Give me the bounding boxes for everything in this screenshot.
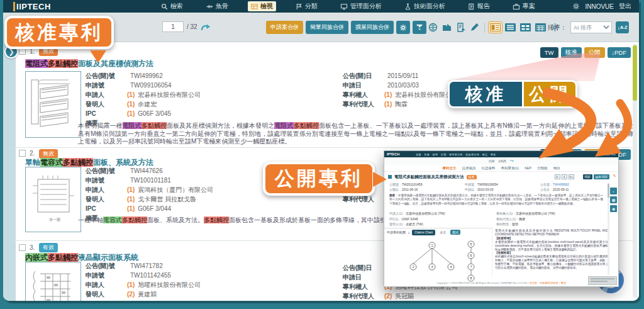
- inset-abstract-label: 摘要：: [389, 194, 398, 197]
- nav-item-technology-analysis[interactable]: 技術面分析: [401, 1, 448, 11]
- patent-thumbnail[interactable]: [25, 262, 81, 301]
- nav-item-fishbone[interactable]: 魚骨: [203, 1, 231, 11]
- inset-scrollbar[interactable]: [608, 183, 609, 275]
- patent-stage-badge[interactable]: PDF: [608, 47, 631, 58]
- font-size-button[interactable]: A: [562, 174, 567, 179]
- patent-title-link[interactable]: 電阻式多點觸控面板及其座標偵測方法: [25, 59, 153, 69]
- field-count: (1): [127, 110, 135, 117]
- list-view-toggle[interactable]: [504, 22, 517, 33]
- published-big-button[interactable]: 公開: [522, 80, 577, 108]
- simple-family-merge-button[interactable]: 簡單同族合併: [306, 21, 348, 34]
- nav-label: 檢視: [260, 2, 273, 11]
- go-page-icon[interactable]: [201, 23, 211, 31]
- inset-logo: IPTECH: [387, 152, 399, 156]
- inset-pdf-button[interactable]: PDF: [583, 174, 592, 179]
- merge-buttons: 申請案合併 簡單同族合併 擴展同族合併: [266, 21, 426, 34]
- inset-tab[interactable]: 引證資料: [481, 166, 495, 171]
- nav-item-report[interactable]: 報告: [465, 1, 493, 11]
- field-value: 陶霖: [395, 100, 408, 109]
- inset-tab[interactable]: 分類樹: [537, 166, 548, 171]
- claims-tab-figures[interactable]: 圖式: [450, 230, 460, 235]
- split-view-toggle[interactable]: [519, 22, 532, 33]
- save-icon[interactable]: ◉: [610, 205, 617, 212]
- doc-export-icon[interactable]: [455, 21, 467, 33]
- inset-claims-header: 申請專利範圍 ⤓ Claims Chart 全文 圖式: [384, 228, 492, 236]
- inset-tab[interactable]: 專利家族(1): [501, 166, 519, 171]
- field-label: 公告(開)號: [86, 262, 127, 271]
- abstract-segment: 本發明揭露一種: [78, 122, 123, 129]
- inset-field-value: TW201101459: [402, 183, 422, 186]
- gear-icon[interactable]: [572, 3, 580, 10]
- field-count: (1): [127, 101, 135, 108]
- vertical-scrollbar[interactable]: [633, 44, 637, 298]
- field-label: 專利代理人: [343, 100, 384, 109]
- field-label: 專利權人: [343, 91, 384, 99]
- download-icon[interactable]: ⤓: [408, 230, 409, 235]
- field-row: 公告(開)號TWI471782: [86, 261, 253, 271]
- sort-select[interactable]: AI 排序: [570, 21, 612, 33]
- card-view-toggle[interactable]: [489, 22, 502, 33]
- status-badge-valid[interactable]: 有效: [39, 243, 58, 252]
- application-merge-button[interactable]: 申請案合併: [266, 21, 303, 34]
- nav-item-classify[interactable]: 分類: [292, 1, 321, 11]
- inset-tab[interactable]: 法律資訊: [462, 166, 475, 171]
- inset-view-pdf-button[interactable]: 檢視 PDF: [594, 174, 609, 179]
- inset-pencil-icon[interactable]: ✎: [613, 174, 616, 179]
- inset-tab[interactable]: 專利全文: [442, 166, 456, 171]
- field-row: 發明人(2)黃建穎: [86, 289, 253, 299]
- inset-patent-title: 電阻式多點觸控面板及其座標偵測方法: [394, 174, 464, 180]
- inset-doc-paragraph: 由於觸控式螢幕(touch screen)能讓使用者直覺地透過螢幕所顯示的介面進…: [495, 255, 608, 269]
- row-checkbox[interactable]: [19, 244, 26, 251]
- inset-footer-links[interactable]: 警示燈．隱私權保護政策｜聲明: [529, 281, 566, 284]
- inset-info-grid: 申請人(1)：宏碁科技股份有限公司 (TW)專利權人(1)：宏碁科技股份有限公司…: [389, 211, 603, 228]
- scrollbar-thumb[interactable]: [633, 45, 637, 101]
- field-value: 宏碁科技股份有限公司: [138, 91, 201, 99]
- stage-buttons-overlay: 核准 公開: [448, 80, 577, 108]
- patent-stage-badge[interactable]: TW: [540, 47, 558, 58]
- claims-tab-fulltext[interactable]: 全文: [438, 230, 448, 235]
- font-size-button[interactable]: A-: [555, 174, 560, 179]
- inset-zoom-tooltip: [588, 276, 617, 285]
- nav-label: 魚骨: [216, 2, 228, 11]
- title-segment: 多點觸控: [48, 59, 78, 68]
- font-size-button[interactable]: A+: [569, 174, 574, 179]
- inset-info-cell: IPC(1)：G06F 3/045: [389, 217, 496, 223]
- sort-az-button[interactable]: ↓A-Z: [616, 21, 629, 33]
- logout-link[interactable]: 登出: [619, 2, 631, 11]
- inset-field: 公告日：2015-09-11: [540, 188, 603, 193]
- translate-doc-icon[interactable]: [413, 21, 425, 33]
- inset-tab[interactable]: 簡目: [553, 166, 560, 171]
- patent-thumbnail[interactable]: [25, 71, 81, 138]
- field-label: 申請人: [86, 91, 127, 99]
- field-label: 公告(開)日: [343, 264, 384, 272]
- extended-family-merge-button[interactable]: 擴展同族合併: [351, 21, 394, 34]
- inset-tab[interactable]: SEP: [525, 166, 531, 170]
- app-window: IIPTECH 檢索 魚骨 檢視 分類 管理面分析: [3, 0, 639, 301]
- merge-settings-button[interactable]: [396, 21, 410, 34]
- nav-item-view-active[interactable]: 檢視: [248, 1, 276, 11]
- title-segment: 面板及其座標偵測方法: [78, 59, 153, 68]
- nav-item-search[interactable]: 檢索: [158, 1, 186, 11]
- patent-thumbnail[interactable]: 第一圖: [25, 167, 81, 232]
- field-value: 吳冠賜: [395, 292, 414, 301]
- pencil-icon[interactable]: [469, 21, 480, 33]
- approved-big-button[interactable]: 核准: [448, 80, 522, 108]
- inset-title-row: 電阻式多點觸控面板及其座標偵測方法 核准 A-AA+ PDF 檢視 PDF: [384, 172, 618, 181]
- field-row: 申請人(1)旭曜科技股份有限公司: [86, 280, 253, 289]
- field-label: 專利權人: [343, 283, 384, 291]
- globe-icon[interactable]: [427, 21, 439, 33]
- inset-document-pane: 電阻式多點觸控面板及其座標偵測方法 RESISTIVE MULTI-TOUCH …: [495, 229, 608, 276]
- row-number: 2.: [30, 150, 35, 157]
- inset-field-label: 公告號：: [540, 183, 553, 186]
- row-checkbox[interactable]: [19, 150, 26, 157]
- nav-item-project[interactable]: 專案: [509, 1, 538, 11]
- nav-item-management-analysis[interactable]: 管理面分析: [337, 1, 385, 11]
- grid-icon[interactable]: ▦: [610, 196, 617, 203]
- field-value: 旭曜科技股份有限公司: [138, 281, 201, 289]
- table-view-toggle[interactable]: [534, 22, 547, 33]
- page-input[interactable]: [162, 21, 184, 32]
- inset-tabs: 專利全文法律資訊引證資料專利家族(1)SEP分類樹簡目: [384, 165, 618, 172]
- claims-chart-button[interactable]: Claims Chart: [412, 230, 435, 235]
- collapse-icon[interactable]: ‹: [610, 188, 617, 194]
- folder-export-icon[interactable]: [441, 21, 453, 33]
